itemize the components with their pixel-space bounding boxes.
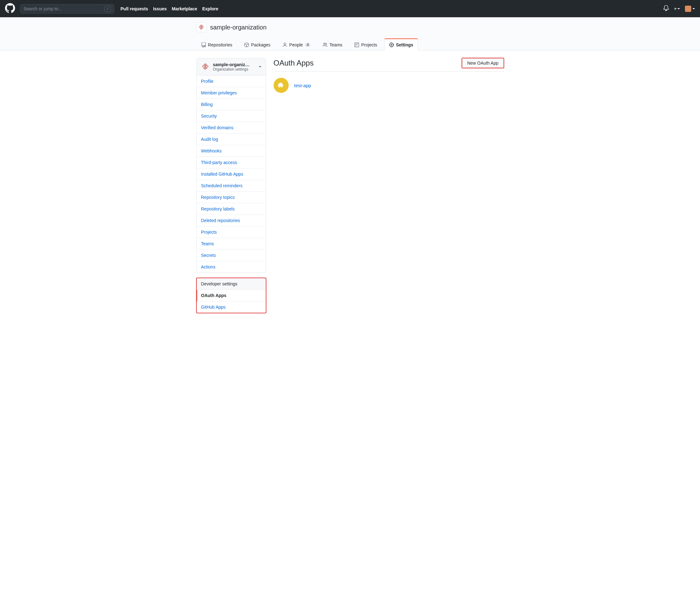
nav-marketplace[interactable]: Marketplace: [172, 6, 197, 11]
gear-icon: [389, 42, 394, 47]
oauth-app-link[interactable]: test-app: [294, 83, 311, 88]
search-box[interactable]: /: [20, 4, 114, 14]
sidebar-item-secrets[interactable]: Secrets: [197, 250, 266, 261]
tab-packages[interactable]: Packages: [240, 38, 275, 51]
sidebar-item-webhooks[interactable]: Webhooks: [197, 145, 266, 157]
puzzle-icon: [278, 82, 284, 89]
developer-settings-menu: Developer settings OAuth Apps GitHub App…: [196, 278, 266, 313]
tab-projects[interactable]: Projects: [350, 38, 382, 51]
sidebar-item-member-privileges[interactable]: Member privileges: [197, 87, 266, 99]
user-avatar-icon: [685, 6, 691, 12]
create-new-button[interactable]: +: [674, 6, 680, 11]
tab-settings[interactable]: Settings: [384, 38, 418, 51]
slash-key-icon: /: [104, 6, 111, 12]
nav-issues[interactable]: Issues: [153, 6, 167, 11]
person-icon: [282, 42, 288, 47]
switcher-org-name: sample-organizat...: [213, 62, 251, 67]
tab-label: Settings: [396, 42, 413, 47]
tab-label: Packages: [251, 42, 270, 47]
tab-label: Teams: [329, 42, 342, 47]
settings-sidebar: sample-organizat... Organization setting…: [196, 58, 266, 318]
sidebar-item-oauth-apps[interactable]: OAuth Apps: [197, 290, 266, 302]
sidebar-item-security[interactable]: Security: [197, 110, 266, 122]
primary-nav: Pull requests Issues Marketplace Explore: [121, 6, 218, 11]
sidebar-item-actions[interactable]: Actions: [197, 261, 266, 272]
switcher-sub: Organization settings: [213, 67, 251, 72]
sidebar-item-projects[interactable]: Projects: [197, 227, 266, 238]
caret-down-icon: [259, 66, 261, 68]
sidebar-item-third-party-access[interactable]: Third-party access: [197, 157, 266, 168]
caret-down-icon: [677, 8, 680, 9]
people-icon: [323, 42, 328, 47]
sidebar-item-github-apps[interactable]: GitHub Apps: [197, 302, 266, 313]
oauth-app-row: test-app: [274, 78, 504, 93]
org-settings-menu: sample-organizat... Organization setting…: [196, 58, 266, 273]
dev-settings-heading: Developer settings: [197, 278, 266, 290]
sidebar-item-audit-log[interactable]: Audit log: [197, 134, 266, 145]
org-avatar-icon: [198, 24, 205, 31]
org-name: sample-organization: [210, 24, 267, 31]
people-count: 4: [305, 43, 310, 47]
sidebar-item-deleted-repositories[interactable]: Deleted repositories: [197, 215, 266, 227]
tab-label: Projects: [361, 42, 377, 47]
app-icon[interactable]: [274, 78, 289, 93]
package-icon: [244, 42, 249, 47]
sidebar-item-repository-topics[interactable]: Repository topics: [197, 192, 266, 203]
tab-label: Repositories: [208, 42, 232, 47]
project-icon: [354, 42, 359, 47]
org-switcher[interactable]: sample-organizat... Organization setting…: [197, 58, 266, 76]
sidebar-item-repository-labels[interactable]: Repository labels: [197, 203, 266, 215]
tab-people[interactable]: People 4: [278, 38, 315, 51]
repo-icon: [201, 42, 206, 47]
notifications-button[interactable]: [663, 5, 669, 12]
plus-icon: +: [674, 6, 677, 11]
sidebar-item-billing[interactable]: Billing: [197, 99, 266, 110]
org-avatar-icon: [201, 62, 210, 71]
nav-explore[interactable]: Explore: [202, 6, 218, 11]
bell-icon: [663, 5, 669, 11]
github-logo[interactable]: [5, 3, 15, 14]
page-title: OAuth Apps: [274, 59, 462, 68]
user-menu[interactable]: [685, 6, 695, 12]
org-avatar[interactable]: [196, 22, 206, 32]
org-tabs: Repositories Packages People 4 Teams Pro…: [192, 38, 509, 50]
tab-repositories[interactable]: Repositories: [196, 38, 237, 51]
sidebar-item-scheduled-reminders[interactable]: Scheduled reminders: [197, 180, 266, 192]
tab-label: People: [289, 42, 303, 47]
org-header: sample-organization Repositories Package…: [0, 17, 700, 51]
sidebar-item-verified-domains[interactable]: Verified domains: [197, 122, 266, 134]
nav-pull-requests[interactable]: Pull requests: [121, 6, 148, 11]
main-content: OAuth Apps New OAuth App test-app: [274, 58, 504, 318]
sidebar-item-installed-github-apps[interactable]: Installed GitHub Apps: [197, 168, 266, 180]
sidebar-item-teams[interactable]: Teams: [197, 238, 266, 250]
sidebar-item-profile[interactable]: Profile: [197, 76, 266, 87]
github-mark-icon: [5, 3, 15, 13]
new-oauth-app-button[interactable]: New OAuth App: [462, 59, 503, 68]
global-header: / Pull requests Issues Marketplace Explo…: [0, 0, 700, 17]
search-input[interactable]: [24, 6, 104, 11]
caret-down-icon: [693, 8, 695, 9]
tab-teams[interactable]: Teams: [318, 38, 347, 51]
